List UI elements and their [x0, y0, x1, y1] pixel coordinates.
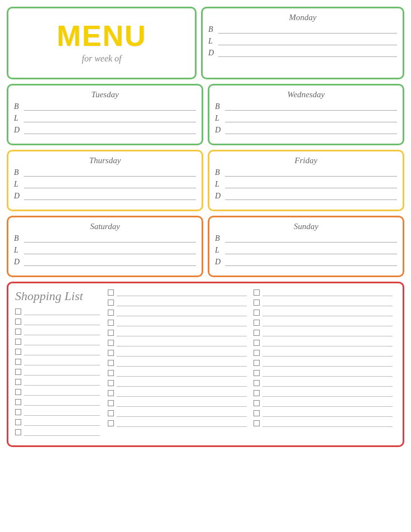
- check-rule: [117, 329, 247, 336]
- check-line: [15, 368, 100, 376]
- checkbox[interactable]: [254, 289, 260, 296]
- meal-letter-d: D: [14, 258, 22, 266]
- check-rule: [262, 329, 393, 336]
- check-line: [254, 410, 393, 417]
- shopping-list-title: Shopping List: [15, 289, 100, 303]
- checkbox[interactable]: [15, 429, 21, 435]
- checkbox[interactable]: [15, 389, 21, 395]
- meal-rule: [218, 37, 397, 45]
- check-line: [108, 289, 247, 296]
- checkbox[interactable]: [254, 360, 260, 366]
- meal-letter-l: L: [215, 180, 223, 188]
- checkbox[interactable]: [15, 399, 21, 405]
- meal-line-thu-l: L: [14, 180, 196, 188]
- check-line: [108, 400, 247, 407]
- checkbox[interactable]: [254, 300, 260, 306]
- checkbox[interactable]: [254, 310, 260, 316]
- check-rule: [117, 369, 247, 377]
- check-line: [254, 400, 393, 407]
- checkbox[interactable]: [15, 419, 21, 425]
- checkbox[interactable]: [15, 359, 21, 365]
- meal-rule: [24, 126, 196, 134]
- check-line: [15, 308, 100, 315]
- check-line: [254, 379, 393, 387]
- check-line: [254, 309, 393, 316]
- checkbox[interactable]: [108, 350, 114, 356]
- check-rule: [117, 339, 247, 346]
- checkbox[interactable]: [254, 380, 260, 386]
- checkbox[interactable]: [15, 349, 21, 355]
- meal-letter-l: L: [208, 37, 216, 45]
- checkbox[interactable]: [108, 330, 114, 336]
- checkbox[interactable]: [15, 409, 21, 415]
- checkbox[interactable]: [108, 320, 114, 326]
- day-title-thursday: Thursday: [14, 156, 196, 165]
- check-line: [108, 339, 247, 346]
- checkbox[interactable]: [254, 340, 260, 346]
- meal-rule: [225, 169, 397, 177]
- menu-subtitle: for week of: [82, 54, 121, 64]
- meal-rule: [225, 235, 397, 243]
- meal-line-thu-b: B: [14, 169, 196, 177]
- check-line: [15, 318, 100, 325]
- checkbox[interactable]: [108, 420, 114, 426]
- meal-rule: [225, 246, 397, 254]
- check-line: [254, 339, 393, 346]
- check-rule: [117, 400, 247, 407]
- check-rule: [117, 390, 247, 397]
- checkbox[interactable]: [108, 340, 114, 346]
- checkbox[interactable]: [108, 370, 114, 376]
- checkbox[interactable]: [254, 400, 260, 406]
- check-line: [254, 420, 393, 427]
- checkbox[interactable]: [254, 390, 260, 396]
- checkbox[interactable]: [15, 379, 21, 385]
- meal-line-sun-b: B: [215, 235, 397, 243]
- checkbox[interactable]: [254, 330, 260, 336]
- shopping-list-box: Shopping List: [7, 282, 404, 447]
- checkbox[interactable]: [108, 400, 114, 406]
- meal-letter-b: B: [14, 235, 22, 243]
- check-rule: [262, 379, 393, 387]
- meal-line-tue-b: B: [14, 103, 196, 111]
- meal-rule: [218, 26, 397, 34]
- check-line: [254, 390, 393, 397]
- meal-letter-b: B: [215, 169, 223, 177]
- meal-line-monday-l: L: [208, 37, 397, 45]
- checkbox[interactable]: [254, 410, 260, 416]
- checkbox[interactable]: [15, 339, 21, 345]
- meal-letter-l: L: [14, 246, 22, 254]
- meal-line-tue-d: D: [14, 126, 196, 134]
- checkbox[interactable]: [108, 380, 114, 386]
- check-rule: [262, 299, 393, 306]
- shopping-col-3: [250, 289, 396, 439]
- checkbox[interactable]: [108, 410, 114, 416]
- checkbox[interactable]: [108, 310, 114, 316]
- check-rule: [24, 408, 100, 416]
- check-rule: [24, 318, 100, 325]
- check-rule: [24, 398, 100, 406]
- checkbox[interactable]: [108, 300, 114, 306]
- meal-letter-b: B: [215, 103, 223, 111]
- check-rule: [117, 359, 247, 367]
- check-line: [15, 398, 100, 406]
- checkbox[interactable]: [108, 289, 114, 296]
- check-line: [15, 408, 100, 416]
- checkbox[interactable]: [254, 320, 260, 326]
- checkbox[interactable]: [15, 329, 21, 335]
- checkbox[interactable]: [108, 360, 114, 366]
- check-line: [15, 328, 100, 335]
- meal-rule: [24, 235, 196, 243]
- meal-letter-d: D: [215, 126, 223, 134]
- check-rule: [262, 339, 393, 346]
- check-line: [15, 378, 100, 386]
- checkbox[interactable]: [254, 370, 260, 376]
- checkbox[interactable]: [15, 319, 21, 325]
- checkbox[interactable]: [15, 308, 21, 315]
- checkbox[interactable]: [108, 390, 114, 396]
- meal-rule: [225, 192, 397, 200]
- checkbox[interactable]: [254, 350, 260, 356]
- checkbox[interactable]: [254, 420, 260, 426]
- checkbox[interactable]: [15, 369, 21, 375]
- check-rule: [262, 369, 393, 377]
- check-rule: [117, 410, 247, 417]
